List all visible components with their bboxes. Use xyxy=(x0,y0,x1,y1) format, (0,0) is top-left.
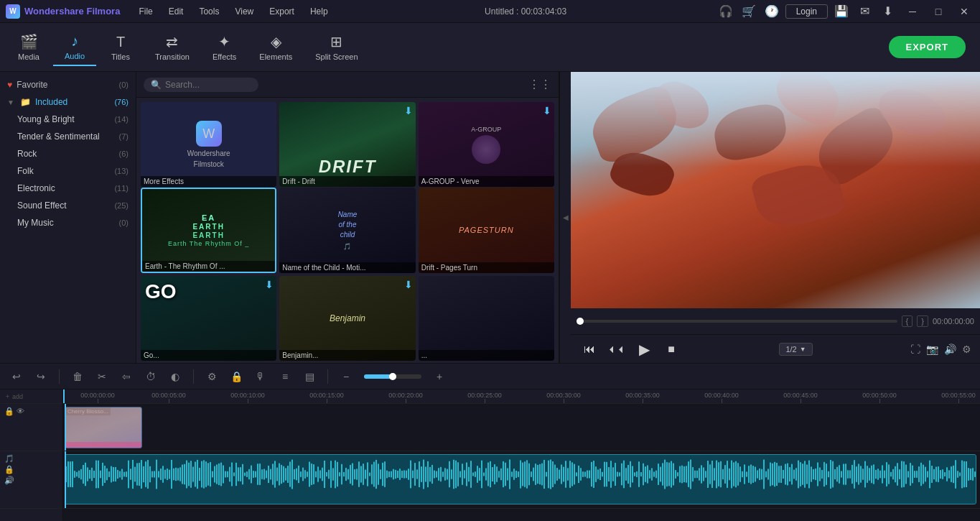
sidebar-tender-sentimental[interactable]: Tender & Sentimental (7) xyxy=(0,128,136,145)
save-icon[interactable]: 💾 xyxy=(832,2,851,21)
drift-download-icon[interactable]: ⬇ xyxy=(404,105,413,116)
page-value: 1/2 xyxy=(785,345,796,354)
caption-button[interactable]: ▤ xyxy=(300,367,319,386)
agroup-download-icon[interactable]: ⬇ xyxy=(543,105,551,116)
sidebar-sound-effect[interactable]: Sound Effect (25) xyxy=(0,197,136,214)
menu-view[interactable]: View xyxy=(228,5,261,18)
ruler-mark: 00:00:20:00 xyxy=(366,392,445,403)
audio-lock-icon[interactable]: 🔒 xyxy=(4,465,14,474)
page-indicator[interactable]: 1/2 ▼ xyxy=(779,343,812,356)
stop-button[interactable]: ■ xyxy=(661,339,681,359)
unknown-card[interactable]: ... xyxy=(419,276,554,361)
frame-back-button[interactable]: ⏴⏴ xyxy=(607,339,627,359)
sidebar-folk[interactable]: Folk (13) xyxy=(0,162,136,180)
playhead-audio xyxy=(65,451,66,508)
settings-btn[interactable]: ⚙ xyxy=(202,367,221,386)
menu-export[interactable]: Export xyxy=(262,5,302,18)
tool-audio[interactable]: ♪ Audio xyxy=(53,29,96,66)
play-button[interactable]: ▶ xyxy=(634,339,654,359)
young-bright-label: Young & Bright xyxy=(17,114,75,124)
tool-split-screen[interactable]: ⊞ Split Screen xyxy=(305,29,368,65)
agroup-card[interactable]: A-GROUP ⬇ A-GROUP - Verve xyxy=(419,102,554,187)
go-download-icon[interactable]: ⬇ xyxy=(265,279,274,290)
my-music-label: My Music xyxy=(17,218,54,228)
crop-button[interactable]: ⇦ xyxy=(117,367,136,386)
export-button[interactable]: EXPORT xyxy=(889,36,966,58)
drift-card[interactable]: DRIFT ⬇ Drift - Drift xyxy=(279,102,415,187)
cart-icon[interactable]: 🛒 xyxy=(739,2,758,21)
panel-collapse-btn[interactable]: ◀ xyxy=(559,72,571,363)
menu-help[interactable]: Help xyxy=(303,5,335,18)
ruler-mark: 00:00:40:00 xyxy=(682,392,761,403)
earth-card[interactable]: EA EARTH EARTH Earth The Rhythm Of _ Ear… xyxy=(141,188,276,272)
undo-button[interactable]: ↩ xyxy=(7,367,26,386)
lock-button[interactable]: 🔒 xyxy=(227,367,246,386)
close-button[interactable]: ✕ xyxy=(954,4,974,19)
redo-button[interactable]: ↪ xyxy=(32,367,50,386)
sidebar-favorite[interactable]: ♥ Favorite (0) xyxy=(0,76,136,93)
benjamin-download-icon[interactable]: ⬇ xyxy=(404,279,413,290)
minimize-button[interactable]: ─ xyxy=(902,4,923,19)
clock-icon[interactable]: 🕐 xyxy=(762,2,781,21)
sidebar-electronic[interactable]: Electronic (11) xyxy=(0,180,136,197)
login-button[interactable]: Login xyxy=(785,4,828,19)
tool-elements[interactable]: ◈ Elements xyxy=(249,29,302,65)
start-marker[interactable]: { xyxy=(902,315,913,327)
video-lock-icon[interactable]: 🔒 xyxy=(4,407,14,416)
tool-media[interactable]: 🎬 Media xyxy=(7,29,50,65)
speed-button[interactable]: ⏱ xyxy=(141,367,160,386)
preview-progress-bar[interactable] xyxy=(577,320,897,323)
delete-button[interactable]: 🗑 xyxy=(68,367,87,386)
audio-volume-icon[interactable]: 🔊 xyxy=(4,476,14,485)
audio-detach-button[interactable]: ≡ xyxy=(276,367,294,386)
ruler-mark: 00:00:55:00 xyxy=(919,392,980,403)
favorite-label: Favorite xyxy=(17,80,47,90)
tool-effects[interactable]: ✦ Effects xyxy=(202,29,246,65)
full-screen-icon[interactable]: ⛶ xyxy=(910,344,920,355)
sidebar-rock[interactable]: Rock (6) xyxy=(0,145,136,162)
tool-transition[interactable]: ⇄ Transition xyxy=(145,29,200,65)
drift-pages-card[interactable]: PAGESTURN Drift - Pages Turn xyxy=(419,188,554,272)
add-track-area: ＋ add xyxy=(0,389,62,404)
zoom-slider[interactable] xyxy=(364,374,421,379)
tool-titles[interactable]: T Titles xyxy=(99,29,142,65)
sidebar-included-section[interactable]: ▼ 📁 Included (76) xyxy=(0,93,136,111)
headset-icon[interactable]: 🎧 xyxy=(717,2,735,21)
video-clip[interactable]: Cherry Blosso... xyxy=(65,407,142,448)
menu-tools[interactable]: Tools xyxy=(192,5,226,18)
media-grid: W Wondershare Filmstock More Effects DRI… xyxy=(136,98,559,363)
timeline-scroll[interactable]: 00:00:00:00 00:00:05:00 00:00:10:00 00:0… xyxy=(63,389,980,521)
mic-button[interactable]: 🎙 xyxy=(251,367,270,386)
audio-clip[interactable]: ♪ Earth - The Rhythm Of Memories // Gene… xyxy=(65,454,976,504)
add-icon[interactable]: ＋ xyxy=(4,392,11,401)
sidebar-young-bright[interactable]: Young & Bright (14) xyxy=(0,111,136,128)
folk-label: Folk xyxy=(17,166,34,176)
search-input[interactable] xyxy=(165,80,251,90)
audio-track: ♪ Earth - The Rhythm Of Memories // Gene… xyxy=(63,451,980,509)
zoom-in-button[interactable]: + xyxy=(430,367,449,386)
name-child-card[interactable]: Nameof thechild 🎵 Name of the Child - Mo… xyxy=(279,188,415,272)
grid-view-icon[interactable]: ⋮⋮ xyxy=(528,78,551,91)
snapshot-icon[interactable]: 📷 xyxy=(926,344,938,355)
zoom-out-button[interactable]: − xyxy=(337,367,355,386)
video-eye-icon[interactable]: 👁 xyxy=(17,407,24,416)
maximize-button[interactable]: □ xyxy=(928,4,948,19)
tender-count: (7) xyxy=(119,132,129,141)
more-effects-card[interactable]: W Wondershare Filmstock More Effects xyxy=(141,102,276,187)
download-icon[interactable]: ⬇ xyxy=(878,2,897,21)
cut-button[interactable]: ✂ xyxy=(93,367,111,386)
playhead[interactable] xyxy=(63,389,65,403)
mail-icon[interactable]: ✉ xyxy=(855,2,874,21)
benjamin-card[interactable]: Benjamin ⬇ Benjamin... xyxy=(279,276,415,361)
settings-icon[interactable]: ⚙ xyxy=(962,344,971,355)
menu-file[interactable]: File xyxy=(131,5,159,18)
go-card[interactable]: GO ⬇ Go... xyxy=(141,276,276,361)
volume-icon[interactable]: 🔊 xyxy=(944,344,956,355)
tool-audio-label: Audio xyxy=(65,52,85,60)
menu-edit[interactable]: Edit xyxy=(162,5,191,18)
color-match-button[interactable]: ◐ xyxy=(166,367,185,386)
sidebar-my-music[interactable]: My Music (0) xyxy=(0,214,136,231)
rock-count: (6) xyxy=(119,149,129,158)
end-marker[interactable]: } xyxy=(917,315,928,327)
step-back-button[interactable]: ⏮ xyxy=(579,339,599,359)
